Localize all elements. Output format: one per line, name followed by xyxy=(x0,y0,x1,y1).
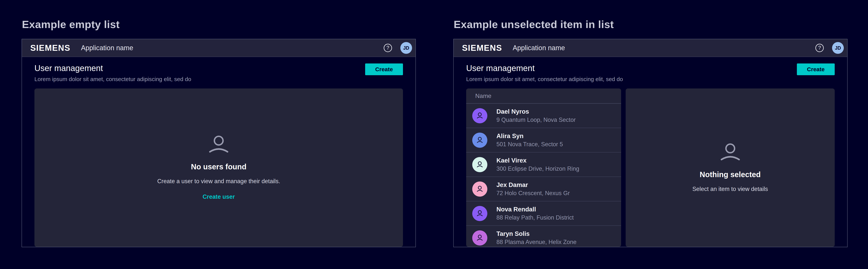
user-list-item[interactable]: Dael Nyros9 Quantum Loop, Nova Sector xyxy=(466,104,621,128)
panels-row: Name Dael Nyros9 Quantum Loop, Nova Sect… xyxy=(466,88,835,247)
user-address: 88 Relay Path, Fusion District xyxy=(496,214,574,221)
example-title: Example empty list xyxy=(22,18,416,30)
page-subtitle: Lorem ipsum dolor sit amet, consectetur … xyxy=(466,76,623,82)
user-avatar-badge xyxy=(472,206,487,221)
user-avatar[interactable]: JD xyxy=(832,42,844,54)
user-list-item[interactable]: Nova Rendall88 Relay Path, Fusion Distri… xyxy=(466,201,621,226)
content-area: User management Lorem ipsum dolor sit am… xyxy=(22,57,415,247)
siemens-logo: SIEMENS xyxy=(462,43,502,53)
user-list-item[interactable]: Jex Damar72 Holo Crescent, Nexus Gr xyxy=(466,177,621,201)
app-frame: SIEMENS Application name ? JD User manag… xyxy=(453,39,847,247)
content-header: User management Lorem ipsum dolor sit am… xyxy=(466,63,835,82)
user-avatar-badge xyxy=(472,231,487,245)
user-text-block: Jex Damar72 Holo Crescent, Nexus Gr xyxy=(496,181,570,197)
create-user-link[interactable]: Create user xyxy=(203,193,235,200)
create-button[interactable]: Create xyxy=(797,63,835,75)
user-list-item[interactable]: Taryn Solis88 Plasma Avenue, Helix Zone xyxy=(466,226,621,247)
person-icon xyxy=(476,234,484,242)
user-avatar-badge xyxy=(472,182,487,197)
user-text-block: Dael Nyros9 Quantum Loop, Nova Sector xyxy=(496,108,576,123)
user-list-item[interactable]: Alira Syn501 Nova Trace, Sector 5 xyxy=(466,128,621,153)
panels-row: No users found Create a user to view and… xyxy=(34,88,403,247)
content-header: User management Lorem ipsum dolor sit am… xyxy=(34,63,403,82)
page-subtitle: Lorem ipsum dolor sit amet, consectetur … xyxy=(34,76,191,82)
person-icon xyxy=(476,209,484,218)
detail-panel: Nothing selected Select an item to view … xyxy=(626,88,835,247)
empty-state-title: No users found xyxy=(191,163,246,171)
user-list-item[interactable]: Kael Virex300 Eclipse Drive, Horizon Rin… xyxy=(466,153,621,177)
person-icon xyxy=(208,135,230,155)
user-name: Taryn Solis xyxy=(496,230,577,237)
user-address: 72 Holo Crescent, Nexus Gr xyxy=(496,190,570,197)
user-text-block: Kael Virex300 Eclipse Drive, Horizon Rin… xyxy=(496,157,579,172)
app-header: SIEMENS Application name ? JD xyxy=(22,39,415,57)
user-address: 501 Nova Trace, Sector 5 xyxy=(496,141,563,148)
person-icon xyxy=(476,136,484,144)
title-block: User management Lorem ipsum dolor sit am… xyxy=(34,63,191,82)
person-icon xyxy=(476,112,484,120)
user-list-panel: Name Dael Nyros9 Quantum Loop, Nova Sect… xyxy=(466,88,621,247)
user-address: 88 Plasma Avenue, Helix Zone xyxy=(496,239,577,245)
siemens-logo: SIEMENS xyxy=(30,43,70,53)
user-text-block: Nova Rendall88 Relay Path, Fusion Distri… xyxy=(496,206,574,221)
example-unselected-item: Example unselected item in list SIEMENS … xyxy=(453,18,847,247)
user-avatar-badge xyxy=(472,133,487,148)
nothing-selected-description: Select an item to view details xyxy=(692,186,768,192)
person-icon xyxy=(476,160,484,169)
list-column-header: Name xyxy=(466,88,621,104)
user-address: 9 Quantum Loop, Nova Sector xyxy=(496,116,576,123)
person-icon xyxy=(719,143,741,162)
page-title: User management xyxy=(34,63,191,73)
app-name: Application name xyxy=(513,44,565,52)
user-avatar-badge xyxy=(472,157,487,172)
nothing-selected-title: Nothing selected xyxy=(700,170,761,179)
help-button[interactable]: ? xyxy=(384,44,392,52)
nothing-selected-state: Nothing selected Select an item to view … xyxy=(692,143,768,192)
user-name: Nova Rendall xyxy=(496,206,574,213)
user-name: Alira Syn xyxy=(496,132,563,140)
user-name: Kael Virex xyxy=(496,157,579,164)
create-button[interactable]: Create xyxy=(365,63,403,75)
person-icon xyxy=(476,185,484,193)
example-title: Example unselected item in list xyxy=(454,18,847,30)
user-name: Jex Damar xyxy=(496,181,570,188)
app-header: SIEMENS Application name ? JD xyxy=(454,39,847,57)
app-name: Application name xyxy=(81,44,133,52)
title-block: User management Lorem ipsum dolor sit am… xyxy=(466,63,623,82)
page-title: User management xyxy=(466,63,623,73)
user-name: Dael Nyros xyxy=(496,108,576,115)
empty-state-description: Create a user to view and manage their d… xyxy=(157,178,280,185)
user-list: Dael Nyros9 Quantum Loop, Nova Sector Al… xyxy=(466,104,621,247)
user-avatar-badge xyxy=(472,108,487,123)
user-text-block: Alira Syn501 Nova Trace, Sector 5 xyxy=(496,132,563,148)
user-text-block: Taryn Solis88 Plasma Avenue, Helix Zone xyxy=(496,230,577,245)
empty-list-panel: No users found Create a user to view and… xyxy=(34,88,403,247)
help-button[interactable]: ? xyxy=(815,44,824,52)
content-area: User management Lorem ipsum dolor sit am… xyxy=(454,57,847,247)
user-avatar[interactable]: JD xyxy=(400,42,412,54)
app-frame: SIEMENS Application name ? JD User manag… xyxy=(22,39,416,247)
user-address: 300 Eclipse Drive, Horizon Ring xyxy=(496,165,579,172)
empty-state: No users found Create a user to view and… xyxy=(157,135,280,200)
page: Example empty list SIEMENS Application n… xyxy=(0,0,868,247)
example-empty-list: Example empty list SIEMENS Application n… xyxy=(22,18,416,247)
